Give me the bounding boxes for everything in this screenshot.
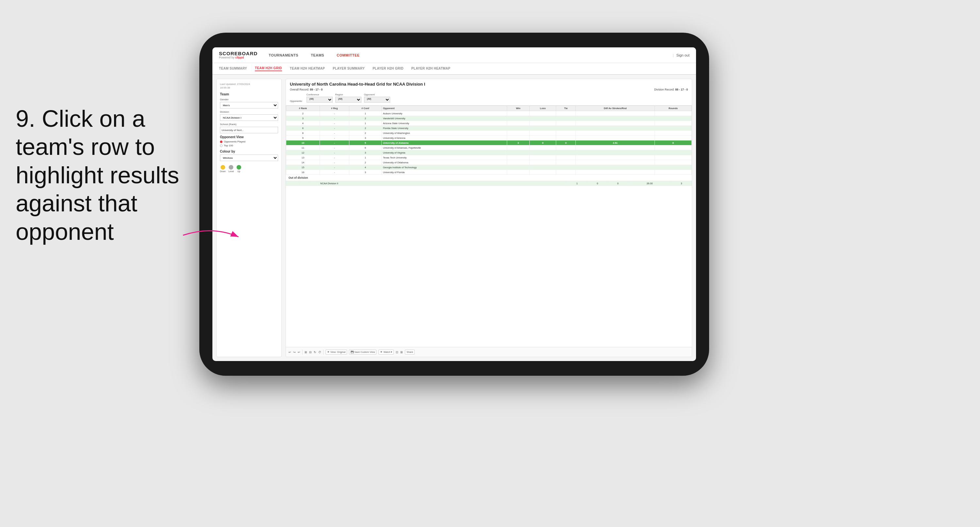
present-icon[interactable]: ⊡ [396, 350, 398, 354]
legend-up: Up [237, 165, 241, 172]
view-icon: 👁 [327, 350, 330, 353]
team-label: Team [220, 92, 278, 96]
table-row[interactable]: 6-2Florida State University [286, 126, 692, 131]
opponent-filter-group: Opponent (All) [364, 93, 390, 103]
undo-icon[interactable]: ↩ [288, 350, 291, 354]
legend-level: Level [228, 165, 234, 172]
ood-rounds: 3 [671, 181, 692, 186]
table-row[interactable]: 11-6University of Arkansas, Fayetteville [286, 145, 692, 150]
opponents-filter-inline: Opponents: [290, 100, 304, 103]
radio-dot-opponents-played [220, 140, 223, 143]
opponent-view-radio-group: Opponents Played Top 100 [220, 140, 278, 147]
radio-top100[interactable]: Top 100 [220, 144, 278, 147]
table-header-row: # Rank # Reg # Conf Opponent Win Loss Ti… [286, 106, 692, 111]
gender-label: Gender [220, 98, 278, 101]
ood-diff: 26.00 [628, 181, 671, 186]
tablet-device: SCOREBOARD Powered by clippd TOURNAMENTS… [199, 33, 709, 376]
ood-label: NCAA Division II [319, 181, 567, 186]
filter-row: Opponents: Conference (All) Region (All) [290, 93, 688, 103]
legend-down: Down [220, 165, 226, 172]
table-row[interactable]: 15-4Georgia Institute of Technology [286, 165, 692, 170]
tablet-screen: SCOREBOARD Powered by clippd TOURNAMENTS… [212, 48, 696, 361]
table-body: 2-1Auburn University3-2Vanderbilt Univer… [286, 111, 692, 175]
ood-win: 1 [567, 181, 587, 186]
legend-circle-level [229, 165, 233, 170]
tab-player-h2h-grid[interactable]: PLAYER H2H GRID [372, 67, 404, 71]
opponent-view-label: Opponent View [220, 135, 278, 139]
zoom-out-icon[interactable]: ⊟ [309, 350, 312, 354]
gender-select[interactable]: Men's [220, 102, 278, 108]
division-select[interactable]: NCAA Division I [220, 115, 278, 121]
table-row[interactable]: 10-5University of Alabama3002.618 [286, 140, 692, 145]
logo-area: SCOREBOARD Powered by clippd [219, 51, 258, 59]
radio-opponents-played[interactable]: Opponents Played [220, 140, 278, 143]
ood-reg [299, 181, 309, 186]
clock-icon[interactable]: ⏱ [318, 350, 321, 354]
watch-icon: 👁 [380, 350, 383, 353]
col-diff: Diff Av Strokes/Rnd [576, 106, 654, 111]
nav-teams[interactable]: TEAMS [309, 53, 326, 57]
right-panel: University of North Carolina Head-to-Hea… [286, 79, 692, 357]
legend-circle-down [221, 165, 225, 170]
region-filter-group: Region (All) [335, 93, 361, 103]
nav-tournaments[interactable]: TOURNAMENTS [267, 53, 300, 57]
tab-player-h2h-heatmap[interactable]: PLAYER H2H HEATMAP [411, 67, 450, 71]
table-row[interactable]: 13-1Texas Tech University [286, 155, 692, 160]
table-row[interactable]: 3-2Vanderbilt University [286, 116, 692, 121]
save-custom-view-btn[interactable]: 💾 Save Custom View [349, 350, 377, 355]
watch-chevron-icon: ▾ [391, 350, 392, 353]
col-tie: Tie [556, 106, 576, 111]
last-updated: Last Updated: 27/03/2024 16:55:38 [220, 82, 278, 89]
grid-title: University of North Carolina Head-to-Hea… [290, 82, 688, 87]
table-row[interactable]: 12-3University of Virginia [286, 150, 692, 155]
table-row[interactable]: 8-2University of Washington [286, 131, 692, 135]
redo-icon[interactable]: ↪ [293, 350, 296, 354]
grid-header: University of North Carolina Head-to-Hea… [286, 79, 692, 105]
grid-records: Overall Record: 89 - 17 - 0 Division Rec… [290, 88, 688, 91]
nav-divider: | [673, 53, 674, 57]
legend-circle-up [237, 165, 241, 170]
table-row[interactable]: 2-1Auburn University [286, 111, 692, 116]
ood-loss: 0 [587, 181, 608, 186]
main-content: Last Updated: 27/03/2024 16:55:38 Team G… [212, 75, 696, 361]
logo-powered: Powered by clippd [219, 56, 258, 59]
refresh-icon[interactable]: ↻ [314, 350, 316, 354]
toolbar: ↩ ↪ ↩ ⊞ ⊟ ↻ ⏱ 👁 View: Original 💾 Sa [286, 347, 692, 357]
opponent-filter-select[interactable]: (All) [364, 97, 390, 103]
sub-nav: TEAM SUMMARY TEAM H2H GRID TEAM H2H HEAT… [212, 63, 696, 75]
share-btn[interactable]: Share [405, 350, 415, 355]
out-of-division-row[interactable]: NCAA Division II 1 0 0 26.00 3 [286, 181, 692, 186]
tab-team-h2h-grid[interactable]: TEAM H2H GRID [255, 66, 282, 71]
out-of-division-table: NCAA Division II 1 0 0 26.00 3 [286, 181, 692, 186]
nav-committee[interactable]: COMMITTEE [335, 53, 361, 57]
top-nav: SCOREBOARD Powered by clippd TOURNAMENTS… [212, 48, 696, 63]
watch-btn[interactable]: 👁 Watch ▾ [379, 350, 394, 355]
grid-icon[interactable]: ⊞ [400, 350, 403, 354]
col-rank: # Rank [286, 106, 320, 111]
sign-out-link[interactable]: Sign out [676, 53, 689, 57]
table-row[interactable]: 9-3University of Arizona [286, 135, 692, 140]
table-row[interactable]: 4-1Arizona State University [286, 121, 692, 126]
zoom-in-icon[interactable]: ⊞ [305, 350, 307, 354]
school-rank-box[interactable]: University of Nort... [220, 127, 278, 133]
undo2-icon[interactable]: ↩ [298, 350, 300, 354]
tab-player-summary[interactable]: PLAYER SUMMARY [332, 67, 365, 71]
logo-scoreboard: SCOREBOARD [219, 51, 258, 56]
col-opponent: Opponent [381, 106, 507, 111]
colour-legend: Down Level Up [220, 165, 278, 172]
colour-by-select[interactable]: Win/loss [220, 154, 278, 161]
table-row[interactable]: 16-3University of Florida [286, 170, 692, 175]
col-win: Win [507, 106, 530, 111]
tab-team-summary[interactable]: TEAM SUMMARY [219, 67, 247, 71]
instruction-text: 9. Click on a team's row to highlight re… [16, 105, 205, 246]
nav-items: TOURNAMENTS TEAMS COMMITTEE [267, 53, 673, 57]
left-panel: Last Updated: 27/03/2024 16:55:38 Team G… [216, 79, 282, 357]
table-row[interactable]: 14-2University of Oklahoma [286, 160, 692, 165]
region-filter-label: Region [335, 93, 361, 96]
view-original-btn[interactable]: 👁 View: Original [326, 350, 347, 355]
region-filter-select[interactable]: (All) [335, 97, 361, 103]
data-table: # Rank # Reg # Conf Opponent Win Loss Ti… [286, 105, 692, 175]
conference-filter-select[interactable]: (All) [307, 97, 332, 103]
col-conf: # Conf [349, 106, 381, 111]
tab-team-h2h-heatmap[interactable]: TEAM H2H HEATMAP [290, 67, 325, 71]
